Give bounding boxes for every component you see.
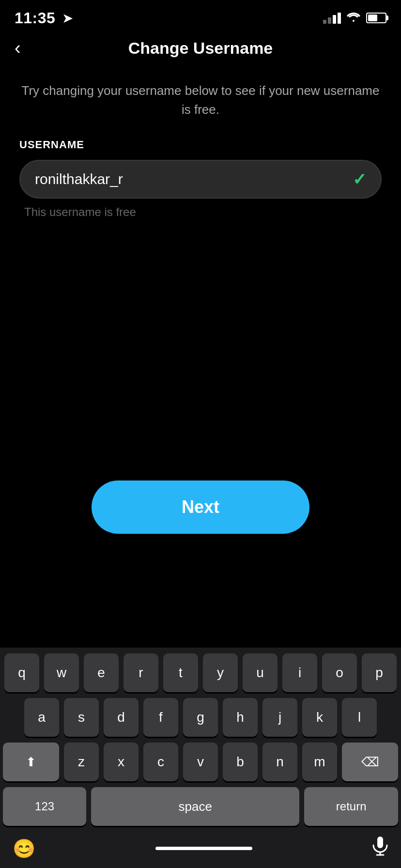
key-w[interactable]: w [44, 653, 79, 692]
key-u[interactable]: u [243, 653, 278, 692]
mic-key[interactable] [372, 837, 388, 860]
content-area: Try changing your username below to see … [0, 67, 401, 233]
keyboard: q w e r t y u i o p a s d f g h j k l ⬆ … [0, 648, 401, 868]
space-key[interactable]: space [91, 787, 299, 826]
back-button[interactable]: ‹ [15, 39, 21, 57]
key-y[interactable]: y [203, 653, 238, 692]
key-p[interactable]: p [362, 653, 397, 692]
key-r[interactable]: r [123, 653, 158, 692]
key-i[interactable]: i [282, 653, 317, 692]
return-key[interactable]: return [304, 787, 398, 826]
status-time: 11:35 [15, 9, 55, 27]
key-b[interactable]: b [223, 743, 258, 781]
shift-key[interactable]: ⬆ [3, 743, 59, 781]
status-icons [323, 11, 386, 25]
username-input[interactable] [35, 171, 353, 187]
nav-header: ‹ Change Username [0, 29, 401, 67]
key-g[interactable]: g [183, 698, 218, 737]
location-icon: ➤ [62, 10, 73, 26]
key-v[interactable]: v [183, 743, 218, 781]
username-input-wrapper: ✓ [19, 160, 382, 199]
key-l[interactable]: l [342, 698, 377, 737]
next-button-label: Next [182, 497, 219, 517]
emoji-key[interactable]: 😊 [13, 838, 35, 859]
delete-key[interactable]: ⌫ [342, 743, 398, 781]
keyboard-row-2: a s d f g h j k l [3, 698, 398, 737]
key-c[interactable]: c [143, 743, 178, 781]
checkmark-icon: ✓ [353, 170, 366, 189]
keyboard-row-3: ⬆ z x c v b n m ⌫ [3, 743, 398, 781]
svg-rect-0 [377, 837, 383, 848]
key-f[interactable]: f [143, 698, 178, 737]
numbers-key[interactable]: 123 [3, 787, 86, 826]
key-n[interactable]: n [262, 743, 297, 781]
key-s[interactable]: s [64, 698, 99, 737]
key-d[interactable]: d [104, 698, 139, 737]
signal-icon [323, 13, 341, 24]
keyboard-row-1: q w e r t y u i o p [3, 653, 398, 692]
key-k[interactable]: k [302, 698, 337, 737]
key-x[interactable]: x [104, 743, 139, 781]
field-label: USERNAME [19, 139, 382, 151]
key-t[interactable]: t [163, 653, 198, 692]
battery-icon [366, 13, 386, 23]
key-h[interactable]: h [223, 698, 258, 737]
key-e[interactable]: e [84, 653, 119, 692]
status-bar: 11:35 ➤ [0, 0, 401, 29]
keyboard-row-4: 123 space return [3, 787, 398, 826]
key-j[interactable]: j [262, 698, 297, 737]
key-z[interactable]: z [64, 743, 99, 781]
key-q[interactable]: q [4, 653, 39, 692]
key-a[interactable]: a [24, 698, 59, 737]
next-button[interactable]: Next [92, 480, 309, 534]
subtitle-text: Try changing your username below to see … [19, 81, 382, 119]
key-o[interactable]: o [322, 653, 357, 692]
keyboard-bottom: 😊 [3, 832, 398, 868]
home-indicator [155, 847, 252, 850]
page-title: Change Username [128, 39, 273, 58]
username-status-message: This username is free [19, 205, 382, 219]
key-m[interactable]: m [302, 743, 337, 781]
wifi-icon [347, 11, 360, 25]
